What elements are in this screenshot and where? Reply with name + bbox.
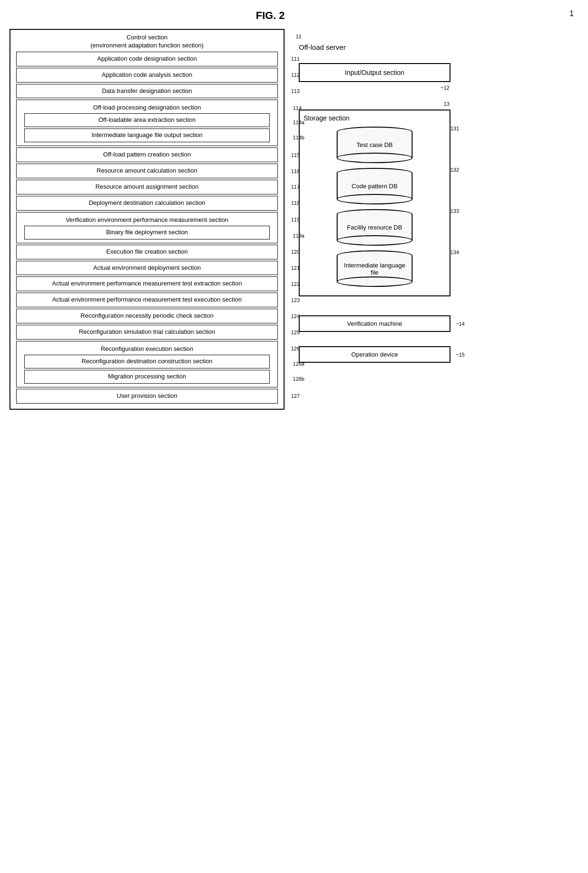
db-133: Facility resource DB [337,209,413,246]
fig-number: 1 [570,9,574,18]
section-125: Reconfiguration simulation trial calcula… [16,325,278,340]
db-131: Test case DB [337,127,413,163]
cyl-bot-131 [337,153,413,163]
db-134: Intermediate language file [337,250,413,287]
ref-12: ~12 [441,85,450,91]
section-123-wrapper: Actual environment performance measureme… [14,293,280,307]
cyl-bot-132 [337,194,413,204]
section-111-wrapper: Application code designation section 111 [14,52,280,66]
section-114b: Intermediate language file output sectio… [24,129,270,142]
section-117: Resource amount assignment section [16,180,278,194]
section-113-wrapper: Data transfer designation section 113 [14,84,280,99]
control-section: Control section (environment adaptation … [9,29,285,410]
ref-13: 13 [444,101,450,107]
section-119-label: Verification environment performance mea… [18,214,276,224]
storage-section: Storage section 131 Test case DB [299,110,450,296]
section-126-wrapper: Reconfiguration execution section 126 Re… [14,341,280,387]
section-113: Data transfer designation section [16,84,278,99]
section-121: Actual environment deployment section [16,261,278,276]
storage-section-wrapper: 13 Storage section 131 Test case DB [299,110,450,296]
section-119: Verification environment performance mea… [16,212,278,243]
ref-131: 131 [450,126,459,131]
control-section-title: Control section (environment adaptation … [14,34,280,50]
ref-111: 111 [291,56,300,62]
section-114a: Off-loadable area extraction section [24,113,270,127]
section-123: Actual environment performance measureme… [16,293,278,307]
section-115-wrapper: Off-load pattern creation section 115 [14,147,280,162]
section-112: Application code analysis section [16,68,278,83]
section-118-wrapper: Deployment destination calculation secti… [14,196,280,211]
section-126: Reconfiguration execution section 126 Re… [16,341,278,387]
section-119a: Binary file deployment section [24,226,270,239]
ref-127: 127 [291,393,300,399]
db-132: Code pattern DB [337,168,413,204]
section-126a: Reconfiguration destination construction… [24,355,270,368]
section-116: Resource amount calculation section [16,164,278,178]
operation-device-wrapper: Operation device ~15 [299,346,450,363]
section-118: Deployment destination calculation secti… [16,196,278,211]
ref-132: 132 [450,167,459,173]
cyl-bot-133 [337,235,413,246]
section-126-label: Reconfiguration execution section [18,343,276,353]
verification-machine-wrapper: Verification machine ~14 [299,315,450,332]
page-container: FIG. 2 1 Control section (environment ad… [0,0,588,873]
offload-server-label: Off-load server [299,43,450,51]
io-section-wrapper: Input/Output section ~12 [299,63,450,82]
ref-134: 134 [450,249,459,255]
section-117-wrapper: Resource amount assignment section 117 [14,180,280,194]
db-133-item: 133 Facility resource DB [303,209,446,246]
ref-14: ~14 [456,321,465,327]
fig-title: FIG. 2 [0,9,579,22]
ref-15: ~15 [456,352,465,358]
ref-126b: 126b [293,376,304,382]
section-116-wrapper: Resource amount calculation section 116 [14,164,280,178]
section-115: Off-load pattern creation section [16,147,278,162]
section-126b: Migration processing section [24,370,270,384]
section-112-wrapper: Application code analysis section 112 [14,68,280,83]
section-124-wrapper: Reconfiguration necessity periodic check… [14,309,280,323]
section-114-label: Off-load processing designation section [18,102,276,112]
section-111: Application code designation section [16,52,278,66]
section-127-wrapper: User provision section 127 [14,389,280,404]
verification-machine-box: Verification machine [299,315,450,332]
operation-device-box: Operation device [299,346,450,363]
section-114: Off-load processing designation section … [16,100,278,146]
section-120: Execution file creation section [16,245,278,259]
cyl-bot-134 [337,276,413,287]
right-side: Off-load server Input/Output section ~12… [299,29,450,363]
section-125-wrapper: Reconfiguration simulation trial calcula… [14,325,280,340]
ref-113: 113 [291,88,300,94]
section-121-wrapper: Actual environment deployment section 12… [14,261,280,276]
section-127: User provision section [16,389,278,404]
main-layout: Control section (environment adaptation … [9,29,579,410]
section-122-wrapper: Actual environment performance measureme… [14,276,280,291]
section-122: Actual environment performance measureme… [16,276,278,291]
ref-11: 11 [296,34,302,39]
ref-123: 123 [291,297,300,303]
db-132-item: 132 Code pattern DB [303,168,446,204]
io-section-box: Input/Output section [299,63,450,82]
db-134-item: 134 Intermediate language file [303,250,446,287]
storage-title: Storage section [303,114,446,122]
section-119-wrapper: Verification environment performance mea… [14,212,280,243]
db-131-item: 131 Test case DB [303,127,446,163]
section-120-wrapper: Execution file creation section 120 [14,245,280,259]
section-124: Reconfiguration necessity periodic check… [16,309,278,323]
ref-133: 133 [450,208,459,214]
section-114-wrapper: Off-load processing designation section … [14,100,280,146]
